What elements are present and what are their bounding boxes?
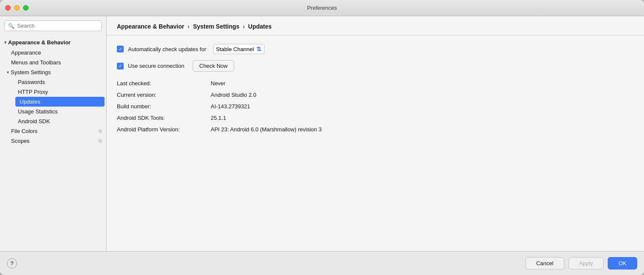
channel-dropdown[interactable]: Stable Channel ⇅ [213,44,265,54]
check-mark: ✓ [119,47,122,52]
bottom-buttons: Cancel Apply OK [525,257,637,269]
right-panel: Appearance & Behavior › System Settings … [107,16,644,251]
info-value-current-version: Android Studio 2.0 [211,92,256,98]
sidebar-item-android-sdk[interactable]: Android SDK [14,116,106,126]
secure-connection-row: ✓ Use secure connection Check Now [117,60,634,72]
panel-header: Appearance & Behavior › System Settings … [107,16,644,35]
copy-icon: ⧉ [99,128,102,134]
panel-body: ✓ Automatically check updates for Stable… [107,35,644,251]
secure-connection-checkbox[interactable]: ✓ [117,63,124,69]
sidebar-item-system-settings[interactable]: ▾ System Settings [7,67,106,77]
traffic-lights [5,5,29,11]
breadcrumb-part1: Appearance & Behavior [117,23,184,30]
sidebar-item-appearance[interactable]: Appearance [7,48,106,58]
breadcrumb-sep2: › [243,23,245,30]
sidebar-item-passwords[interactable]: Passwords [14,77,106,87]
preferences-window: Preferences 🔍 ▾ Appearance & Behavior [0,0,644,275]
tree-children-appearance-behavior: Appearance Menus and Toolbars ▾ System S… [0,48,106,146]
sidebar-item-http-proxy[interactable]: HTTP Proxy [14,87,106,97]
expand-arrow: ▾ [4,40,6,45]
info-row-sdk-tools: Android SDK Tools: 25.1.1 [117,112,634,124]
info-row-build-number: Build number: AI-143.2739321 [117,101,634,112]
breadcrumb-part2: System Settings [193,23,239,30]
cancel-button[interactable]: Cancel [525,257,564,269]
sidebar-item-menus-toolbars[interactable]: Menus and Toolbars [7,58,106,67]
search-input[interactable] [17,23,98,29]
apply-button[interactable]: Apply [569,257,604,269]
info-value-last-checked: Never [211,80,226,87]
dropdown-arrows-icon: ⇅ [256,46,261,52]
window-title: Preferences [307,5,337,11]
sidebar-item-appearance-behavior[interactable]: ▾ Appearance & Behavior [0,37,106,48]
breadcrumb: Appearance & Behavior › System Settings … [117,23,634,30]
info-label-build-number: Build number: [117,103,211,110]
secure-connection-label: Use secure connection [128,63,184,69]
copy-icon-scopes: ⧉ [99,138,102,144]
info-label-platform-version: Android Platform Version: [117,126,211,133]
title-bar: Preferences [0,0,644,16]
help-button[interactable]: ? [7,258,17,269]
tree-children-system-settings: Passwords HTTP Proxy Updates Usage Stati… [7,77,106,126]
info-label-sdk-tools: Android SDK Tools: [117,115,211,121]
check-mark-secure: ✓ [119,64,122,68]
sidebar-tree: ▾ Appearance & Behavior Appearance Menus… [0,35,106,148]
auto-check-row: ✓ Automatically check updates for Stable… [117,44,634,54]
sidebar: 🔍 ▾ Appearance & Behavior Appearance [0,16,107,251]
main-content: 🔍 ▾ Appearance & Behavior Appearance [0,16,644,251]
sidebar-item-usage-statistics[interactable]: Usage Statistics [14,107,106,116]
expand-arrow-system: ▾ [7,70,9,75]
minimize-button[interactable] [14,5,20,11]
check-now-button[interactable]: Check Now [193,60,234,72]
sidebar-parent-label: Appearance & Behavior [8,39,71,46]
info-row-last-checked: Last checked: Never [117,78,634,89]
breadcrumb-part3: Updates [248,23,272,30]
info-value-platform-version: API 23: Android 6.0 (Marshmallow) revisi… [211,126,322,133]
breadcrumb-sep1: › [188,23,190,30]
sidebar-item-scopes[interactable]: Scopes ⧉ [7,136,106,146]
search-icon: 🔍 [8,23,15,29]
search-box[interactable]: 🔍 [4,20,102,31]
info-value-build-number: AI-143.2739321 [211,103,250,110]
bottom-bar: ? Cancel Apply OK [0,251,644,275]
sidebar-item-updates[interactable]: Updates [15,97,104,107]
close-button[interactable] [5,5,11,11]
info-table: Last checked: Never Current version: And… [117,78,634,135]
sidebar-item-file-colors[interactable]: File Colors ⧉ [7,126,106,136]
auto-check-checkbox[interactable]: ✓ [117,46,124,52]
info-label-current-version: Current version: [117,92,211,98]
maximize-button[interactable] [23,5,29,11]
info-value-sdk-tools: 25.1.1 [211,115,226,121]
auto-check-label: Automatically check updates for [128,46,206,52]
ok-button[interactable]: OK [608,257,637,269]
channel-value: Stable Channel [216,46,254,52]
info-label-last-checked: Last checked: [117,80,211,87]
info-row-current-version: Current version: Android Studio 2.0 [117,89,634,101]
info-row-platform-version: Android Platform Version: API 23: Androi… [117,124,634,135]
